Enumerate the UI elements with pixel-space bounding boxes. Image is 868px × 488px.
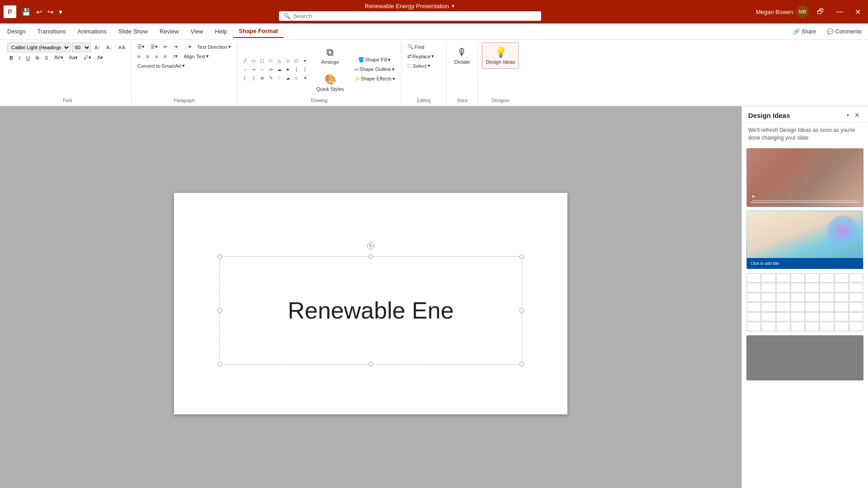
- shape-brace-r[interactable]: ⌋: [250, 74, 258, 82]
- decrease-font-btn[interactable]: A↓: [104, 43, 114, 52]
- text-box[interactable]: ↻ Renewable Ene: [219, 256, 522, 365]
- handle-br[interactable]: [519, 362, 524, 366]
- rotate-handle[interactable]: ↻: [367, 242, 374, 249]
- shape-effects-btn[interactable]: ✨ Shape Effects▾: [351, 75, 397, 83]
- shape-arrow4[interactable]: ⇔: [267, 65, 275, 73]
- bullets-btn[interactable]: ☰▾: [135, 42, 147, 51]
- share-button[interactable]: 🔗 Share: [788, 27, 821, 37]
- convert-smartart-btn[interactable]: Convert to SmartArt▾: [135, 61, 187, 70]
- slide[interactable]: ↻ Renewable Ene: [174, 193, 567, 414]
- shape-outline-btn[interactable]: ▭ Shape Outline▾: [351, 65, 397, 74]
- align-center-btn[interactable]: ≡: [144, 52, 151, 61]
- handle-tl[interactable]: [217, 254, 222, 259]
- shape-cloud[interactable]: ☁: [284, 74, 292, 82]
- design-panel-pin-btn[interactable]: •: [845, 111, 851, 120]
- clear-format-btn[interactable]: ✕A: [116, 43, 127, 52]
- shape-more[interactable]: ▾: [301, 56, 309, 65]
- shape-callout[interactable]: ☁: [275, 65, 283, 73]
- highlight-btn[interactable]: 🖊▾: [81, 53, 94, 62]
- shape-round-rect[interactable]: ▢: [258, 56, 266, 65]
- design-panel-close-btn[interactable]: ✕: [853, 111, 862, 120]
- doc-title[interactable]: Renewable Energy Presentation ▼: [365, 3, 455, 9]
- quick-styles-btn[interactable]: 🎨 Quick Styles: [312, 70, 348, 96]
- handle-ml[interactable]: [217, 308, 222, 313]
- close-window-btn[interactable]: ✕: [851, 6, 864, 18]
- design-thumbnail-2[interactable]: Click to add title: [746, 211, 863, 269]
- tab-shapeformat[interactable]: Shape Format: [233, 25, 283, 38]
- restore-window-btn[interactable]: 🗗: [813, 6, 828, 18]
- shape-diamond[interactable]: ◇: [284, 56, 292, 65]
- para-row-2: ≡ ≡ ≡ ≡ ↕▾ Align Text▾: [135, 52, 233, 61]
- shadow-btn[interactable]: S: [42, 54, 50, 62]
- columns-btn[interactable]: ⋮▾: [181, 42, 193, 51]
- shape-smiley[interactable]: ☺: [292, 74, 301, 82]
- shape-pentagon[interactable]: ⬠: [292, 56, 301, 65]
- design-thumbnail-1[interactable]: ▶: [746, 148, 863, 207]
- design-ideas-btn[interactable]: 💡 Design Ideas: [482, 42, 519, 69]
- tab-design[interactable]: Design: [2, 25, 31, 38]
- shape-oval[interactable]: ⬭: [267, 56, 275, 65]
- customize-btn[interactable]: ▾: [57, 7, 64, 17]
- search-bar[interactable]: 🔍: [279, 11, 541, 21]
- increase-font-btn[interactable]: A↑: [92, 43, 103, 52]
- shape-freeform[interactable]: ✎: [267, 74, 275, 82]
- save-btn[interactable]: 💾: [20, 7, 33, 17]
- handle-mr[interactable]: [519, 308, 524, 313]
- slide-panel[interactable]: ↻ Renewable Ene: [0, 106, 741, 488]
- tab-view[interactable]: View: [185, 25, 209, 38]
- align-left-btn[interactable]: ≡: [135, 52, 142, 61]
- handle-bc[interactable]: [368, 362, 373, 366]
- shape-starburst[interactable]: ✦: [301, 74, 309, 82]
- shape-line[interactable]: ╱: [241, 56, 249, 65]
- minimize-window-btn[interactable]: —: [832, 6, 847, 18]
- comments-button[interactable]: 💬 Comments: [822, 27, 866, 37]
- handle-tc[interactable]: [368, 254, 373, 259]
- shape-arrow2[interactable]: ⇒: [250, 65, 258, 73]
- line-spacing-btn[interactable]: ↕▾: [170, 52, 180, 61]
- tab-review[interactable]: Review: [154, 25, 184, 38]
- shape-arrow1[interactable]: →: [241, 65, 249, 73]
- handle-bl[interactable]: [217, 362, 222, 366]
- tab-transitions[interactable]: Transitions: [32, 25, 71, 38]
- change-case-btn[interactable]: Aa▾: [67, 53, 80, 62]
- tab-slideshow[interactable]: Slide Show: [113, 25, 153, 38]
- design-thumbnail-4[interactable]: [746, 335, 863, 380]
- find-btn[interactable]: 🔍 Find: [405, 42, 426, 51]
- font-size-select[interactable]: 60: [72, 42, 91, 52]
- bold-btn[interactable]: B: [7, 54, 15, 62]
- numbering-btn[interactable]: ☰▾: [148, 42, 160, 51]
- arrange-btn[interactable]: ⧉ Arrange: [312, 42, 348, 69]
- font-color-btn[interactable]: A▾: [95, 53, 105, 62]
- tab-help[interactable]: Help: [210, 25, 233, 38]
- align-text-btn[interactable]: Align Text▾: [181, 52, 211, 61]
- shape-bracket-l[interactable]: {: [292, 65, 301, 73]
- justify-btn[interactable]: ≡: [161, 52, 169, 61]
- strikethrough-btn[interactable]: S: [33, 54, 41, 62]
- tab-animations[interactable]: Animations: [72, 25, 112, 38]
- dictate-btn[interactable]: 🎙 Dictate: [450, 42, 474, 69]
- undo-btn[interactable]: ↩: [34, 7, 44, 17]
- select-btn[interactable]: ⬚ Select▾: [405, 61, 433, 70]
- increase-indent-btn[interactable]: ⇥: [171, 42, 180, 51]
- shape-brace-l[interactable]: ⌊: [241, 74, 249, 82]
- align-right-btn[interactable]: ≡: [153, 52, 160, 61]
- shape-fill-btn[interactable]: 🪣 Shape Fill▾: [351, 56, 397, 64]
- replace-btn[interactable]: ⇄ Replace▾: [405, 52, 436, 61]
- shape-connector[interactable]: ⊕: [258, 74, 266, 82]
- shape-triangle[interactable]: △: [275, 56, 283, 65]
- design-thumbnail-3[interactable]: [746, 273, 863, 332]
- decrease-indent-btn[interactable]: ⇤: [161, 42, 170, 51]
- underline-btn[interactable]: U: [24, 54, 32, 62]
- shape-arrow3[interactable]: ↔: [258, 65, 266, 73]
- shape-rect[interactable]: ▭: [250, 56, 258, 65]
- italic-btn[interactable]: I: [17, 54, 23, 62]
- text-direction-btn[interactable]: Text Direction▾: [195, 42, 233, 51]
- search-input[interactable]: [293, 13, 537, 19]
- handle-tr[interactable]: [519, 254, 524, 259]
- shape-bracket-r[interactable]: }: [301, 65, 309, 73]
- char-spacing-btn[interactable]: AV▾: [52, 53, 66, 62]
- redo-btn[interactable]: ↪: [46, 7, 55, 17]
- shape-star[interactable]: ★: [284, 65, 292, 73]
- shape-heart[interactable]: ♡: [275, 74, 283, 82]
- font-family-select[interactable]: Calibri Light (Headings): [7, 42, 71, 52]
